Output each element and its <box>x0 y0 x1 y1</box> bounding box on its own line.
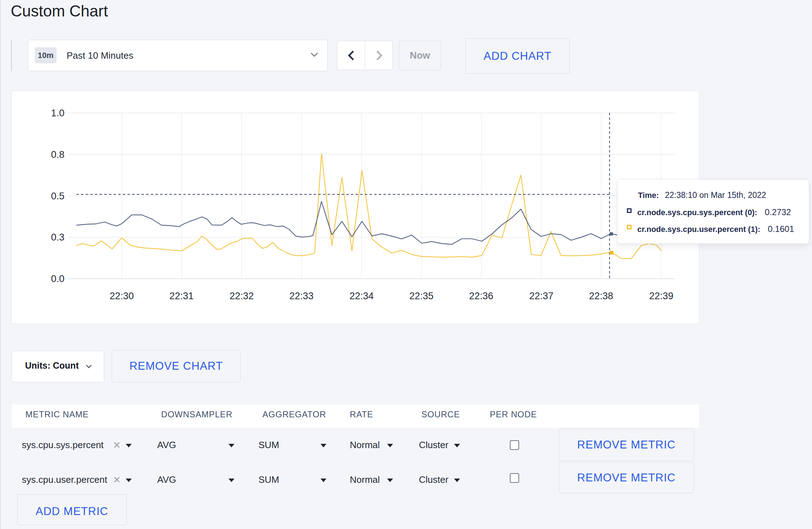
svg-text:22:30: 22:30 <box>110 291 134 301</box>
svg-text:22:36: 22:36 <box>469 291 493 301</box>
svg-text:0.5: 0.5 <box>51 191 64 202</box>
svg-text:0.3: 0.3 <box>51 232 64 243</box>
svg-text:22:34: 22:34 <box>349 291 374 301</box>
svg-text:22:39: 22:39 <box>649 291 673 301</box>
svg-text:1.0: 1.0 <box>51 108 64 118</box>
svg-text:22:33: 22:33 <box>289 291 314 301</box>
svg-text:22:32: 22:32 <box>229 291 254 301</box>
svg-text:22:35: 22:35 <box>409 291 434 301</box>
svg-text:0.8: 0.8 <box>51 149 64 160</box>
svg-text:22:38: 22:38 <box>589 291 613 301</box>
svg-text:22:37: 22:37 <box>529 291 554 301</box>
svg-text:22:31: 22:31 <box>169 291 194 301</box>
svg-text:0.0: 0.0 <box>51 273 64 284</box>
